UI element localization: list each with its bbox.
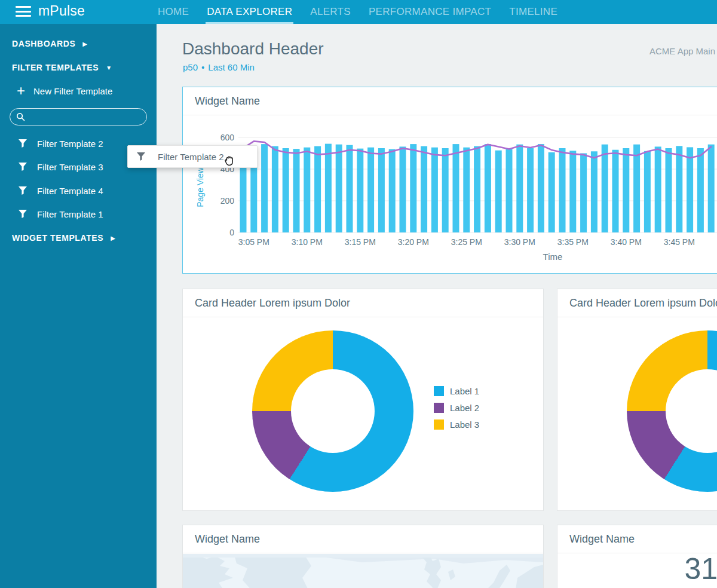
svg-text:3:35 PM: 3:35 PM xyxy=(557,237,589,247)
new-filter-template-button[interactable]: + New Filter Template xyxy=(0,84,157,98)
sidebar: DASHBOARDS ▶ FILTER TEMPLATES ▼ + New Fi… xyxy=(0,24,157,588)
svg-text:0: 0 xyxy=(229,228,234,237)
map-graphic xyxy=(183,554,543,588)
nav-item-home[interactable]: HOME xyxy=(158,0,189,24)
svg-text:3:10 PM: 3:10 PM xyxy=(292,237,323,247)
svg-text:3:15 PM: 3:15 PM xyxy=(345,237,376,247)
caret-right-icon: ▶ xyxy=(111,235,115,241)
nav-item-timeline[interactable]: TIMELINE xyxy=(509,0,557,24)
bar-line-chart: 02004006003:05 PM3:10 PM3:15 PM3:20 PM3:… xyxy=(183,116,717,274)
widget-title: Widget Name xyxy=(557,525,717,553)
legend-item: Label 3 xyxy=(434,419,479,430)
hamburger-menu-icon[interactable] xyxy=(16,6,31,18)
metric-label: p50 xyxy=(183,62,198,72)
search-input[interactable] xyxy=(30,112,140,122)
app-logo: mPulse xyxy=(38,3,85,19)
search-icon xyxy=(16,112,25,121)
legend-swatch-purple xyxy=(434,403,444,413)
sidebar-filter-template-1[interactable]: Filter Template 1 xyxy=(0,207,157,221)
page-subtitle[interactable]: p50 • Last 60 Min xyxy=(183,62,255,72)
timeseries-widget: Widget Name 02004006003:05 PM3:10 PM3:15… xyxy=(182,87,717,274)
donut-widget-1: Card Header Lorem ipsum Dolor Label 1 La… xyxy=(182,289,544,511)
svg-text:200: 200 xyxy=(220,196,235,206)
world-map xyxy=(183,554,543,588)
sidebar-item-dashboards[interactable]: DASHBOARDS ▶ xyxy=(0,36,157,51)
donut-widget-2: Card Header Lorem ipsum Dolor xyxy=(557,289,717,511)
nav-item-data-explorer[interactable]: DATA EXPLORER xyxy=(207,0,292,24)
widget-title: Widget Name xyxy=(183,525,543,553)
widget-title: Card Header Lorem ipsum Dolor xyxy=(183,289,543,317)
chart-legend: Label 1 Label 2 Label 3 xyxy=(434,386,479,430)
filter-funnel-icon xyxy=(18,186,27,195)
caret-down-icon: ▼ xyxy=(106,65,112,71)
svg-text:Page Views: Page Views xyxy=(195,163,205,207)
filter-funnel-icon xyxy=(18,139,27,148)
svg-text:3:20 PM: 3:20 PM xyxy=(398,237,429,247)
nav-item-alerts[interactable]: ALERTS xyxy=(310,0,351,24)
svg-text:3:05 PM: 3:05 PM xyxy=(238,237,269,247)
svg-text:3:40 PM: 3:40 PM xyxy=(611,237,642,247)
sidebar-filter-template-4[interactable]: Filter Template 4 xyxy=(0,183,157,198)
top-bar: mPulse HOME DATA EXPLORER ALERTS PERFORM… xyxy=(0,0,717,24)
svg-text:3:30 PM: 3:30 PM xyxy=(504,237,535,247)
app-window: mPulse HOME DATA EXPLORER ALERTS PERFORM… xyxy=(0,0,717,588)
filter-funnel-icon xyxy=(18,162,27,172)
main-content: Dashboard Header p50 • Last 60 Min ACME … xyxy=(157,24,717,588)
legend-swatch-yellow xyxy=(434,419,444,430)
page-title: Dashboard Header xyxy=(182,39,324,59)
caret-right-icon: ▶ xyxy=(82,41,87,47)
donut-chart xyxy=(252,330,413,492)
filter-funnel-icon xyxy=(136,152,146,161)
widget-title: Card Header Lorem ipsum Dolor xyxy=(557,289,717,317)
sidebar-item-filter-templates[interactable]: FILTER TEMPLATES ▼ xyxy=(0,60,157,75)
plus-icon: + xyxy=(17,85,25,97)
legend-swatch-blue xyxy=(434,386,444,396)
donut-chart xyxy=(627,330,717,492)
filter-funnel-icon xyxy=(18,209,27,219)
svg-text:Time: Time xyxy=(543,252,563,262)
svg-text:3:45 PM: 3:45 PM xyxy=(664,237,695,247)
app-selector[interactable]: ACME App Main xyxy=(649,46,715,56)
sidebar-item-widget-templates[interactable]: WIDGET TEMPLATES ▶ xyxy=(0,231,157,245)
drag-ghost-filter-template[interactable]: Filter Template 2 xyxy=(127,145,258,168)
nav-item-performance-impact[interactable]: PERFORMANCE IMPACT xyxy=(369,0,491,24)
big-number-value: 31 xyxy=(557,552,717,586)
map-widget: Widget Name xyxy=(182,525,544,588)
widget-title: Widget Name xyxy=(183,87,717,115)
time-range-label: Last 60 Min xyxy=(208,62,255,72)
legend-item: Label 2 xyxy=(434,403,479,413)
big-number-widget: Widget Name 31 xyxy=(557,525,717,588)
main-nav: HOME DATA EXPLORER ALERTS PERFORMANCE IM… xyxy=(158,0,557,24)
bullet-separator: • xyxy=(201,62,204,72)
svg-text:3:25 PM: 3:25 PM xyxy=(451,237,482,247)
legend-item: Label 1 xyxy=(434,386,479,396)
svg-text:600: 600 xyxy=(220,133,235,142)
sidebar-search xyxy=(10,108,147,125)
